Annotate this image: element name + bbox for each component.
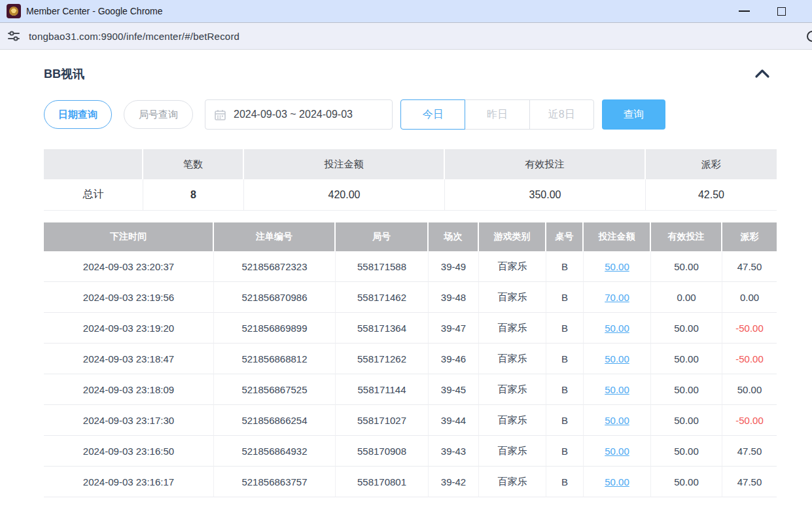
minimize-icon[interactable] [739,10,750,12]
payout-cell: 47.50 [722,251,777,282]
table-row: 2024-09-03 23:16:17521856863757558170801… [44,467,777,497]
bet-amount-link[interactable]: 50.00 [605,353,629,364]
session-cell: 39-49 [429,251,479,282]
bet-amount-link[interactable]: 50.00 [605,323,629,334]
payout-cell: -50.00 [722,313,777,344]
bet-id-cell: 521856864932 [214,436,336,467]
bet-time-cell: 2024-09-03 23:16:17 [44,467,214,497]
round-id-cell: 558171364 [336,313,429,344]
chevron-up-icon[interactable] [754,68,770,80]
bet-time-cell: 2024-09-03 23:20:37 [44,251,214,282]
table-no-cell: B [546,436,584,467]
summary-payout: 42.50 [646,179,777,211]
quick-range-yesterday[interactable]: 昨日 [465,100,529,129]
bet-table-body: 2024-09-03 23:20:37521856872323558171588… [44,251,777,497]
session-cell: 39-46 [429,344,479,374]
bet-id-cell: 521856870986 [214,282,336,313]
bet-amount-link[interactable]: 50.00 [605,476,629,487]
summary-row: 总计 8 420.00 350.00 42.50 [44,179,777,211]
table-no-cell: B [546,467,584,497]
table-no-cell: B [546,251,584,282]
round-id-cell: 558171144 [336,374,429,405]
filter-bar: 日期查询 局号查询 2024-09-03 ~ 2024-09-03 今日 昨日 … [44,99,777,130]
table-row: 2024-09-03 23:18:47521856868812558171262… [44,344,777,374]
calendar-icon [215,109,226,120]
bet-amount-link[interactable]: 50.00 [605,261,629,272]
summary-total-label: 总计 [44,179,143,211]
page-title: BB视讯 [44,66,84,82]
session-cell: 39-47 [429,313,479,344]
bet-amount-link[interactable]: 50.00 [605,384,629,395]
summary-header-valid-bet: 有效投注 [445,149,646,179]
table-row: 2024-09-03 23:19:56521856870986558171462… [44,282,777,313]
bet-amount-link[interactable]: 70.00 [605,292,629,303]
valid-bet-cell: 0.00 [651,282,722,313]
valid-bet-cell: 50.00 [651,344,722,374]
col-session: 场次 [429,222,479,251]
bet-time-cell: 2024-09-03 23:19:20 [44,313,214,344]
bet-amount-link[interactable]: 50.00 [605,415,629,426]
game-type-cell: 百家乐 [479,313,546,344]
bet-id-cell: 521856872323 [214,251,336,282]
round-query-tab[interactable]: 局号查询 [124,100,193,129]
session-cell: 39-42 [429,467,479,497]
table-no-cell: B [546,374,584,405]
summary-count: 8 [143,179,244,211]
valid-bet-cell: 50.00 [651,405,722,436]
game-type-cell: 百家乐 [479,251,546,282]
round-id-cell: 558171027 [336,405,429,436]
url-field[interactable]: tongbao31.com:9900/infe/mcenter/#/betRec… [29,31,239,42]
round-id-cell: 558171588 [336,251,429,282]
payout-cell: -50.00 [722,405,777,436]
col-bet-id: 注单编号 [214,222,336,251]
bet-amount-cell: 50.00 [584,467,651,497]
bet-amount-cell: 50.00 [584,374,651,405]
round-id-cell: 558171262 [336,344,429,374]
session-cell: 39-43 [429,436,479,467]
game-type-cell: 百家乐 [479,344,546,374]
col-round-id: 局号 [336,222,429,251]
bet-amount-cell: 50.00 [584,436,651,467]
valid-bet-cell: 50.00 [651,436,722,467]
bet-time-cell: 2024-09-03 23:18:47 [44,344,214,374]
table-no-cell: B [546,405,584,436]
address-bar: tongbao31.com:9900/infe/mcenter/#/betRec… [0,23,812,50]
table-no-cell: B [546,313,584,344]
summary-table: 笔数 投注金额 有效投注 派彩 总计 8 420.00 350.00 42.50 [44,149,777,211]
bet-time-cell: 2024-09-03 23:18:09 [44,374,214,405]
table-no-cell: B [546,344,584,374]
site-settings-icon[interactable] [7,29,21,43]
quick-range-today[interactable]: 今日 [400,99,465,130]
table-row: 2024-09-03 23:19:20521856869899558171364… [44,313,777,344]
bet-record-page: BB视讯 日期查询 局号查询 2024-09-03 ~ 2024-09-03 今… [0,50,812,497]
account-icon[interactable] [807,31,812,42]
col-payout: 派彩 [722,222,777,251]
game-type-cell: 百家乐 [479,374,546,405]
quick-range-last8days[interactable]: 近8日 [530,100,593,129]
bet-amount-cell: 50.00 [584,251,651,282]
bet-time-cell: 2024-09-03 23:16:50 [44,436,214,467]
bet-time-cell: 2024-09-03 23:17:30 [44,405,214,436]
bet-id-cell: 521856867525 [214,374,336,405]
bet-amount-cell: 50.00 [584,313,651,344]
summary-header-blank [44,149,143,179]
summary-header-count: 笔数 [143,149,244,179]
session-cell: 39-45 [429,374,479,405]
valid-bet-cell: 50.00 [651,251,722,282]
bet-amount-link[interactable]: 50.00 [605,446,629,457]
date-range-input[interactable]: 2024-09-03 ~ 2024-09-03 [205,99,393,130]
round-id-cell: 558171462 [336,282,429,313]
payout-cell: -50.00 [722,344,777,374]
date-query-tab[interactable]: 日期查询 [44,100,112,129]
payout-cell: 47.50 [722,467,777,497]
search-button[interactable]: 查询 [602,99,665,130]
col-table-no: 桌号 [546,222,584,251]
game-type-cell: 百家乐 [479,436,546,467]
payout-cell: 0.00 [722,282,777,313]
game-type-cell: 百家乐 [479,467,546,497]
bet-id-cell: 521856863757 [214,467,336,497]
table-row: 2024-09-03 23:18:09521856867525558171144… [44,374,777,405]
bet-id-cell: 521856868812 [214,344,336,374]
maximize-icon[interactable] [777,7,786,16]
bet-amount-cell: 70.00 [584,282,651,313]
